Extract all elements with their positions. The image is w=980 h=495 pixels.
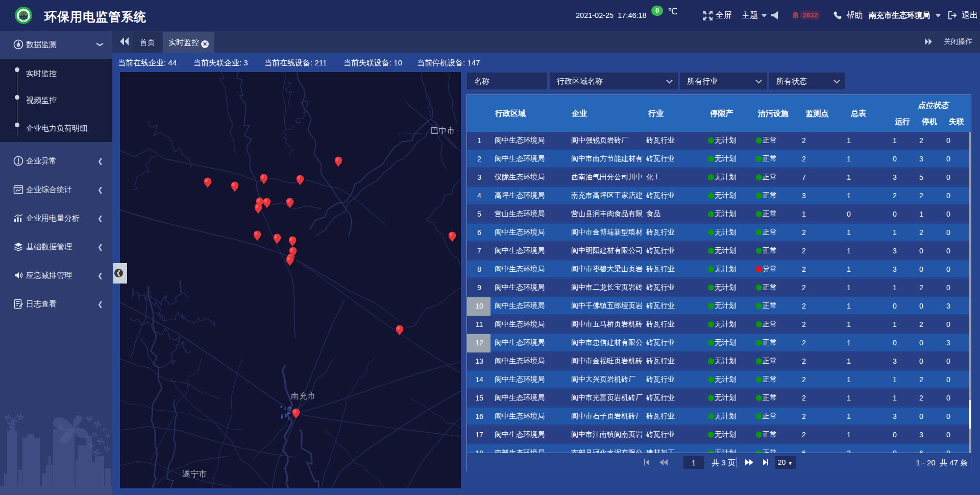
svg-text:南充市: 南充市 [291, 391, 315, 400]
svg-text:巴中市: 巴中市 [430, 126, 455, 135]
svg-text:遂宁市: 遂宁市 [182, 469, 207, 478]
